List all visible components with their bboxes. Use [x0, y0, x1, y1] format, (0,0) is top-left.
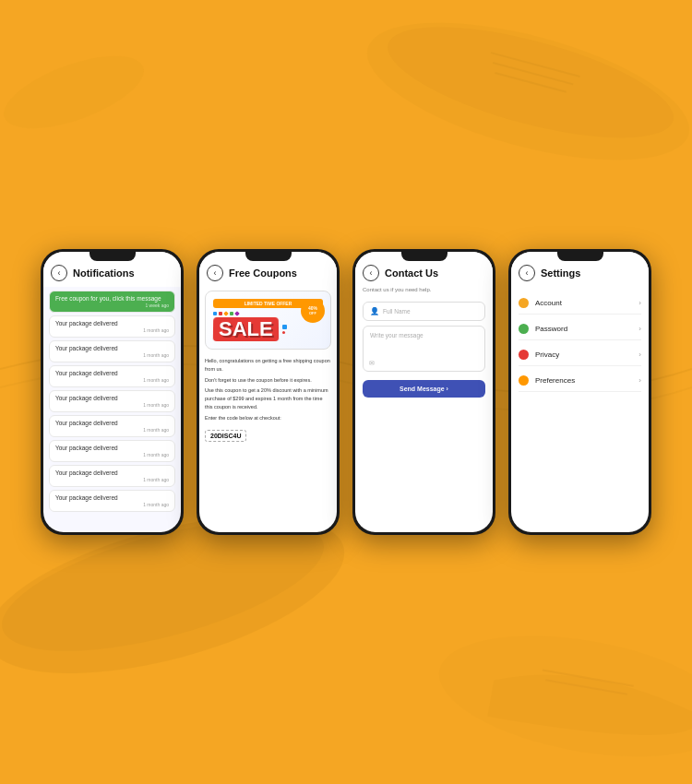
notif-item-time-7: 1 month ago: [55, 477, 169, 482]
phone-settings: ‹ Settings Account › Password › Privacy: [508, 249, 651, 535]
sale-badge: SALE: [213, 317, 279, 341]
settings-title: Settings: [541, 267, 580, 279]
password-dot: [519, 324, 529, 334]
account-dot: [519, 298, 529, 308]
notif-item-time-0: 1 week ago: [55, 303, 169, 308]
account-label: Account: [535, 299, 638, 307]
back-button-notifications[interactable]: ‹: [51, 265, 67, 281]
name-input-field[interactable]: 👤 Full Name: [363, 302, 485, 321]
notif-item-time-6: 1 month ago: [55, 452, 169, 457]
name-placeholder: Full Name: [383, 308, 411, 315]
send-message-button[interactable]: Send Message ›: [363, 380, 485, 398]
notif-item-text-7: Your package delivered: [55, 469, 169, 476]
notif-item-text-2: Your package delivered: [55, 345, 169, 351]
phone-notifications: ‹ Notifications Free coupon for you, cli…: [41, 249, 184, 535]
phones-container: ‹ Notifications Free coupon for you, cli…: [41, 249, 651, 535]
settings-list: Account › Password › Privacy › Preferenc…: [511, 287, 649, 398]
notch-4: [557, 252, 603, 261]
notif-item-time-5: 1 month ago: [55, 427, 169, 433]
coupon-text-1: Hello, congratulations on getting a free…: [205, 357, 331, 374]
send-message-label: Send Message ›: [400, 386, 448, 392]
settings-item-password[interactable]: Password ›: [519, 318, 641, 340]
notch-1: [89, 252, 136, 261]
settings-item-account[interactable]: Account ›: [519, 292, 641, 315]
coupon-code: 20DISC4U: [205, 430, 246, 442]
coupon-body: Hello, congratulations on getting a free…: [199, 353, 337, 445]
coupon-banner: LIMITED TIME OFFER SALE: [205, 291, 331, 350]
notif-item-text-5: Your package delivered: [55, 420, 169, 426]
preferences-chevron: ›: [638, 376, 641, 385]
privacy-chevron: ›: [638, 350, 641, 359]
contact-subtitle: Contact us if you need help.: [355, 287, 493, 298]
contact-form: 👤 Full Name Write your message ✉ Send Me…: [355, 298, 493, 401]
notification-item-7[interactable]: Your package delivered 1 month ago: [49, 465, 175, 487]
notif-item-text-4: Your package delivered: [55, 395, 169, 401]
phone-contact: ‹ Contact Us Contact us if you need help…: [352, 249, 495, 535]
svg-point-5: [0, 41, 152, 143]
password-label: Password: [535, 325, 638, 333]
discount-circle: 40% OFF: [301, 299, 325, 323]
notification-item-highlight[interactable]: Free coupon for you, click this message …: [49, 291, 175, 313]
email-icon: ✉: [369, 360, 375, 367]
message-placeholder: Write your message: [370, 332, 424, 339]
notif-item-text-8: Your package delivered: [55, 494, 169, 501]
notif-item-text-0: Free coupon for you, click this message: [55, 295, 169, 302]
notification-item-3[interactable]: Your package delivered 1 month ago: [49, 365, 175, 387]
notif-item-time-8: 1 month ago: [55, 502, 169, 507]
contact-title: Contact Us: [385, 267, 438, 279]
settings-item-privacy[interactable]: Privacy ›: [519, 344, 641, 366]
preferences-dot: [519, 375, 529, 386]
back-button-contact[interactable]: ‹: [363, 265, 379, 281]
screen-coupons: ‹ Free Coupons LIMITED TIME OFFER SALE: [199, 252, 337, 532]
password-chevron: ›: [638, 325, 641, 333]
notch-2: [245, 252, 292, 261]
sale-text: SALE: [213, 317, 279, 341]
phone-coupons: ‹ Free Coupons LIMITED TIME OFFER SALE: [197, 249, 340, 535]
notification-item-6[interactable]: Your package delivered 1 month ago: [49, 440, 175, 462]
notification-item-4[interactable]: Your package delivered 1 month ago: [49, 390, 175, 412]
screen-contact: ‹ Contact Us Contact us if you need help…: [355, 252, 493, 532]
notif-item-text-6: Your package delivered: [55, 445, 169, 451]
preferences-label: Preferences: [535, 376, 638, 385]
privacy-label: Privacy: [535, 350, 638, 359]
coupon-text-3: Use this coupon to get a 20% discount wi…: [205, 386, 331, 410]
coupons-title: Free Coupons: [229, 267, 297, 279]
notification-item-8[interactable]: Your package delivered 1 month ago: [49, 490, 175, 512]
notifications-title: Notifications: [73, 267, 135, 279]
coupon-text-2: Don't forget to use the coupon before it…: [205, 376, 331, 385]
notif-item-time-1: 1 month ago: [55, 327, 169, 333]
back-button-settings[interactable]: ‹: [519, 265, 535, 281]
notch-3: [401, 252, 447, 261]
notification-item-1[interactable]: Your package delivered 1 month ago: [49, 315, 175, 338]
account-chevron: ›: [638, 299, 641, 307]
notification-item-5[interactable]: Your package delivered 1 month ago: [49, 415, 175, 437]
screen-settings: ‹ Settings Account › Password › Privacy: [511, 252, 649, 532]
privacy-dot: [519, 350, 529, 360]
settings-item-preferences[interactable]: Preferences ›: [519, 370, 641, 392]
notif-item-time-2: 1 month ago: [55, 352, 169, 358]
notifications-list: Free coupon for you, click this message …: [43, 287, 181, 516]
notif-item-text-1: Your package delivered: [55, 320, 169, 327]
notif-item-text-3: Your package delivered: [55, 370, 169, 376]
notif-item-time-3: 1 month ago: [55, 377, 169, 383]
back-button-coupons[interactable]: ‹: [207, 265, 223, 281]
notification-item-2[interactable]: Your package delivered 1 month ago: [49, 340, 175, 362]
person-icon: 👤: [370, 307, 379, 315]
notif-item-time-4: 1 month ago: [55, 402, 169, 408]
screen-notifications: ‹ Notifications Free coupon for you, cli…: [43, 252, 181, 532]
coupon-enter-code: Enter the code below at checkout:: [205, 414, 331, 422]
message-textarea[interactable]: Write your message ✉: [363, 326, 485, 372]
